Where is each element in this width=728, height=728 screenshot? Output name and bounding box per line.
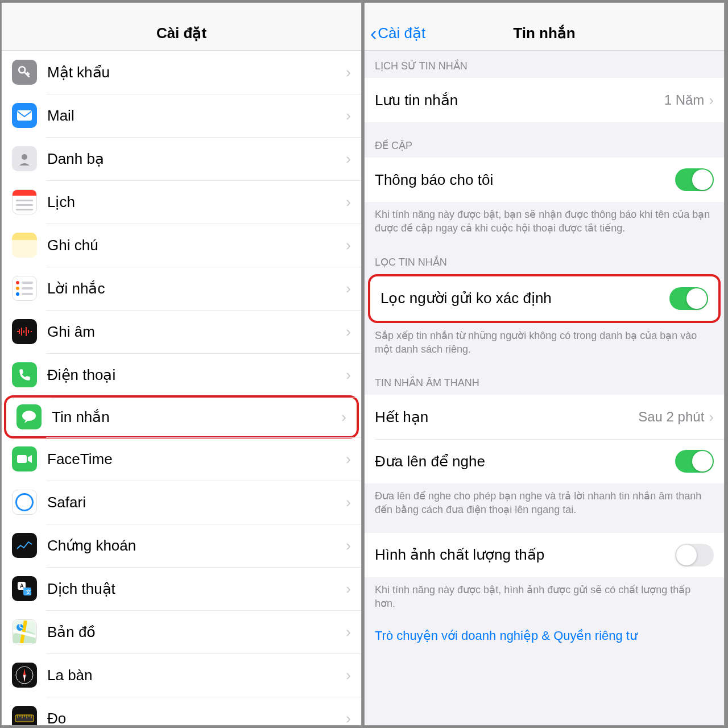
svg-text:A: A <box>20 583 24 589</box>
maps-icon <box>12 619 37 644</box>
settings-label: Mail <box>47 107 346 125</box>
settings-row-calendar[interactable]: Lịch › <box>2 180 361 224</box>
svg-rect-4 <box>17 455 27 463</box>
voice-memo-icon <box>12 319 37 344</box>
compass-icon <box>12 663 37 688</box>
row-label: Lọc người gửi ko xác định <box>380 289 669 307</box>
footer-lowq: Khi tính năng này được bật, hình ảnh đượ… <box>365 577 724 614</box>
section-audio: TIN NHẮN ÂM THANH <box>365 359 724 395</box>
row-value: Sau 2 phút <box>638 409 704 425</box>
row-value: 1 Năm <box>664 92 705 108</box>
toggle-filter[interactable] <box>669 287 708 310</box>
settings-row-contacts[interactable]: Danh bạ › <box>2 137 361 180</box>
chevron-right-icon: › <box>346 280 351 297</box>
settings-label: Mật khẩu <box>47 64 346 81</box>
section-filter: LỌC TIN NHẮN <box>365 239 724 274</box>
stocks-icon <box>12 533 37 558</box>
settings-label: La bàn <box>47 667 346 684</box>
row-expire[interactable]: Hết hạn Sau 2 phút › <box>365 395 724 439</box>
settings-label: FaceTime <box>47 450 346 468</box>
calendar-icon <box>12 189 37 214</box>
chevron-right-icon: › <box>346 667 351 684</box>
settings-row-translate[interactable]: A文 Dịch thuật › <box>2 567 361 610</box>
section-mention: ĐỀ CẬP <box>365 122 724 158</box>
settings-row-mail[interactable]: Mail › <box>2 94 361 137</box>
chevron-right-icon: › <box>346 64 351 81</box>
row-keep-messages[interactable]: Lưu tin nhắn 1 Năm › <box>365 78 724 122</box>
measure-icon <box>12 706 37 725</box>
settings-row-safari[interactable]: Safari › <box>2 481 361 524</box>
chevron-right-icon: › <box>346 580 351 598</box>
settings-label: Safari <box>47 494 346 511</box>
messages-panel: ‹ Cài đặt Tin nhắn LỊCH SỬ TIN NHẮN Lưu … <box>364 2 725 726</box>
section-history: LỊCH SỬ TIN NHẮN <box>365 51 724 78</box>
settings-row-stocks[interactable]: Chứng khoán › <box>2 524 361 567</box>
mail-icon <box>12 103 37 128</box>
chevron-right-icon: › <box>346 193 351 211</box>
row-raise-listen[interactable]: Đưa lên để nghe <box>365 439 724 483</box>
messages-content: LỊCH SỬ TIN NHẮN Lưu tin nhắn 1 Năm › ĐỀ… <box>365 51 724 725</box>
back-label: Cài đặt <box>378 24 425 42</box>
settings-label: Ghi âm <box>47 323 346 341</box>
row-label: Thông báo cho tôi <box>375 171 675 189</box>
chevron-right-icon: › <box>346 107 351 125</box>
settings-label: Lời nhắc <box>47 280 346 297</box>
svg-rect-1 <box>17 110 32 121</box>
chevron-right-icon: › <box>346 710 351 726</box>
settings-row-phone[interactable]: Điện thoại › <box>2 353 361 396</box>
row-label: Lưu tin nhắn <box>375 92 664 109</box>
chevron-right-icon: › <box>346 323 351 341</box>
settings-row-measure[interactable]: Đo › <box>2 697 361 725</box>
back-button[interactable]: ‹ Cài đặt <box>370 22 425 44</box>
settings-row-facetime[interactable]: FaceTime › <box>2 437 361 481</box>
footer-filter: Sắp xếp tin nhắn từ những người không có… <box>365 323 724 360</box>
settings-title: Cài đặt <box>156 24 206 42</box>
svg-point-3 <box>22 411 36 421</box>
row-notify-me[interactable]: Thông báo cho tôi <box>365 158 724 202</box>
row-low-quality[interactable]: Hình ảnh chất lượng thấp <box>365 533 724 577</box>
settings-label: Dịch thuật <box>47 580 346 598</box>
chevron-left-icon: ‹ <box>370 22 377 44</box>
messages-header: ‹ Cài đặt Tin nhắn <box>365 3 724 51</box>
toggle-low-quality[interactable] <box>675 544 714 566</box>
chevron-right-icon: › <box>346 237 351 254</box>
row-filter-unknown[interactable]: Lọc người gửi ko xác định <box>370 276 718 321</box>
safari-icon <box>12 490 37 515</box>
chevron-right-icon: › <box>346 450 351 468</box>
phone-icon <box>12 362 37 387</box>
row-label: Hình ảnh chất lượng thấp <box>375 546 675 564</box>
settings-label: Chứng khoán <box>47 537 346 555</box>
settings-row-compass[interactable]: La bàn › <box>2 653 361 697</box>
chevron-right-icon: › <box>346 537 351 555</box>
chevron-right-icon: › <box>346 366 351 384</box>
contacts-icon <box>12 146 37 171</box>
messages-icon <box>16 404 42 429</box>
settings-panel: Cài đặt Mật khẩu › Mail › Danh bạ › <box>1 2 362 726</box>
chevron-right-icon: › <box>709 408 714 426</box>
settings-row-notes[interactable]: Ghi chú › <box>2 224 361 267</box>
facetime-icon <box>12 446 37 471</box>
business-privacy-link[interactable]: Trò chuyện với doanh nghiệp & Quyền riên… <box>365 614 724 658</box>
reminders-icon <box>12 276 37 301</box>
settings-row-maps[interactable]: Bản đồ › <box>2 610 361 653</box>
settings-header: Cài đặt <box>2 3 361 51</box>
settings-row-voice[interactable]: Ghi âm › <box>2 310 361 353</box>
settings-list: Mật khẩu › Mail › Danh bạ › Lịch › <box>2 51 361 725</box>
notes-icon <box>12 233 37 258</box>
settings-row-password[interactable]: Mật khẩu › <box>2 51 361 94</box>
settings-label: Danh bạ <box>47 150 346 168</box>
settings-label: Tin nhắn <box>52 408 341 426</box>
toggle-raise[interactable] <box>675 450 714 473</box>
settings-label: Bản đồ <box>47 623 346 641</box>
toggle-notify[interactable] <box>675 168 714 191</box>
settings-label: Lịch <box>47 193 346 211</box>
chevron-right-icon: › <box>341 408 346 426</box>
footer-notify: Khi tính năng này được bật, bạn sẽ nhận … <box>365 202 724 239</box>
chevron-right-icon: › <box>346 150 351 168</box>
chevron-right-icon: › <box>346 623 351 641</box>
settings-label: Đo <box>47 710 346 726</box>
row-label: Đưa lên để nghe <box>375 453 675 470</box>
settings-row-messages[interactable]: Tin nhắn › <box>4 395 359 439</box>
settings-row-reminders[interactable]: Lời nhắc › <box>2 267 361 310</box>
svg-point-2 <box>22 154 27 160</box>
